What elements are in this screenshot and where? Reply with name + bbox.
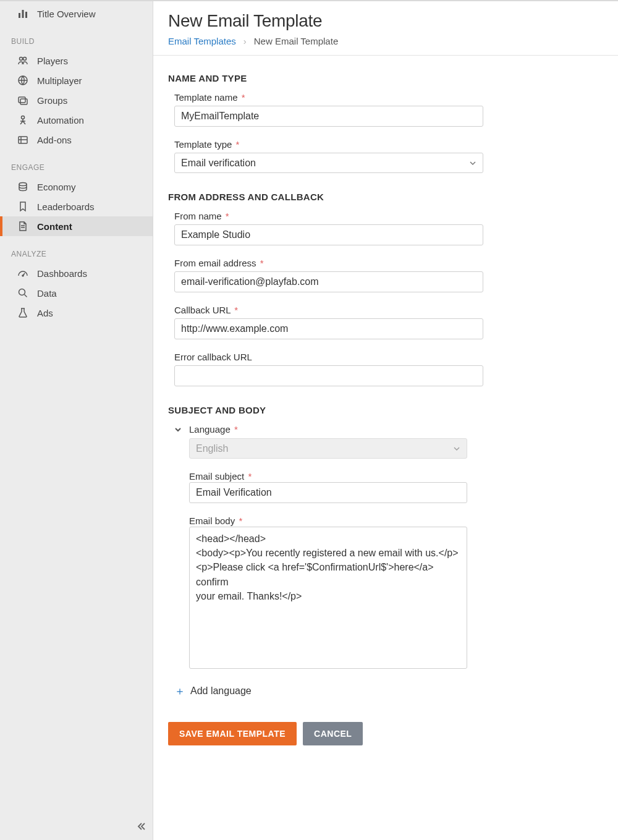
- sidebar-item-label: Groups: [37, 95, 67, 106]
- language-label: Language *: [189, 424, 238, 435]
- section-subject-body: SUBJECT AND BODY Language * English Emai…: [168, 405, 603, 698]
- callback-url-input[interactable]: [174, 318, 483, 339]
- svg-point-11: [22, 275, 23, 276]
- section-label-subject-body: SUBJECT AND BODY: [168, 405, 603, 415]
- field-template-name: Template name *: [174, 92, 483, 127]
- sidebar-item-groups[interactable]: Groups: [0, 90, 153, 110]
- svg-rect-1: [22, 10, 24, 18]
- sidebar-section-analyze: ANALYZE: [0, 236, 153, 263]
- magnify-icon: [17, 287, 28, 299]
- svg-point-8: [22, 116, 25, 119]
- sidebar-item-ads[interactable]: Ads: [0, 303, 153, 323]
- section-from-callback: FROM ADDRESS AND CALLBACK From name * Fr…: [168, 192, 603, 386]
- svg-rect-6: [19, 97, 25, 103]
- add-language-button[interactable]: ＋ Add language: [174, 684, 603, 698]
- email-body-textarea[interactable]: <head></head> <body><p>You recently regi…: [189, 527, 467, 669]
- template-name-label: Template name *: [174, 92, 483, 103]
- field-from-email: From email address *: [174, 258, 483, 292]
- svg-rect-2: [25, 12, 27, 18]
- field-callback-url: Callback URL *: [174, 305, 483, 339]
- section-label-from-callback: FROM ADDRESS AND CALLBACK: [168, 192, 603, 202]
- sidebar-item-label: Data: [37, 288, 57, 299]
- sidebar-item-automation[interactable]: Automation: [0, 110, 153, 130]
- field-language: English: [189, 438, 467, 459]
- sidebar-item-content[interactable]: Content: [0, 216, 153, 236]
- template-name-input[interactable]: [174, 106, 483, 127]
- section-label-name-type: NAME AND TYPE: [168, 73, 603, 83]
- field-error-callback-url: Error callback URL: [174, 352, 483, 386]
- document-icon: [17, 221, 28, 232]
- plus-icon: ＋: [174, 684, 185, 698]
- automation-icon: [17, 114, 28, 125]
- section-name-type: NAME AND TYPE Template name * Template t…: [168, 73, 603, 173]
- sidebar-item-label: Players: [37, 56, 68, 66]
- language-select[interactable]: English: [189, 438, 467, 459]
- svg-point-12: [19, 289, 25, 295]
- sidebar-item-title-overview[interactable]: Title Overview: [0, 4, 153, 23]
- field-email-subject: Email subject *: [189, 471, 467, 503]
- callback-url-label: Callback URL *: [174, 305, 483, 315]
- svg-rect-7: [20, 99, 27, 104]
- main-content: New Email Template Email Templates › New…: [153, 1, 618, 840]
- sidebar-collapse-toggle[interactable]: [135, 821, 146, 835]
- save-button[interactable]: SAVE EMAIL TEMPLATE: [168, 722, 297, 745]
- email-subject-input[interactable]: [189, 482, 467, 503]
- svg-point-3: [20, 57, 23, 61]
- sidebar-item-label: Leaderboards: [37, 202, 95, 212]
- form-area: NAME AND TYPE Template name * Template t…: [153, 56, 618, 752]
- sidebar-item-label: Title Overview: [37, 9, 95, 19]
- sidebar-item-label: Content: [37, 221, 72, 232]
- sidebar-item-dashboards[interactable]: Dashboards: [0, 263, 153, 283]
- chevron-down-icon: [173, 425, 183, 435]
- beaker-icon: [17, 307, 28, 318]
- sidebar-item-leaderboards[interactable]: Leaderboards: [0, 197, 153, 216]
- language-toggle-row[interactable]: Language *: [173, 424, 603, 435]
- from-email-input[interactable]: [174, 271, 483, 292]
- sidebar-section-build: BUILD: [0, 23, 153, 51]
- sidebar-item-label: Ads: [37, 308, 53, 318]
- sidebar-section-engage: ENGAGE: [0, 150, 153, 177]
- from-name-input[interactable]: [174, 224, 483, 245]
- template-type-select[interactable]: Email verification: [174, 153, 483, 173]
- page-header: New Email Template Email Templates › New…: [153, 7, 618, 56]
- breadcrumb: Email Templates › New Email Template: [168, 36, 618, 46]
- sidebar-item-players[interactable]: Players: [0, 51, 153, 70]
- sidebar-item-economy[interactable]: Economy: [0, 177, 153, 197]
- sidebar-item-label: Add-ons: [37, 135, 72, 145]
- svg-point-10: [19, 183, 27, 186]
- sidebar: Title Overview BUILD Players Multiplayer…: [0, 1, 153, 840]
- players-icon: [17, 55, 28, 66]
- field-email-body: Email body * <head></head> <body><p>You …: [189, 515, 467, 671]
- from-email-label: From email address *: [174, 258, 483, 268]
- error-callback-url-input[interactable]: [174, 365, 483, 386]
- error-callback-url-label: Error callback URL: [174, 352, 483, 362]
- sidebar-item-label: Dashboards: [37, 268, 87, 279]
- breadcrumb-link-email-templates[interactable]: Email Templates: [168, 36, 236, 46]
- breadcrumb-current: New Email Template: [254, 36, 338, 46]
- email-subject-label: Email subject *: [189, 471, 252, 482]
- cancel-button[interactable]: CANCEL: [303, 722, 363, 745]
- add-language-label: Add language: [190, 685, 252, 697]
- breadcrumb-sep: ›: [243, 36, 247, 46]
- sidebar-item-data[interactable]: Data: [0, 283, 153, 303]
- sidebar-item-addons[interactable]: Add-ons: [0, 130, 153, 150]
- sidebar-item-label: Automation: [37, 115, 84, 125]
- dashboard-icon: [17, 268, 28, 279]
- sidebar-item-multiplayer[interactable]: Multiplayer: [0, 70, 153, 90]
- field-from-name: From name *: [174, 211, 483, 245]
- svg-point-4: [23, 57, 27, 61]
- form-actions: SAVE EMAIL TEMPLATE CANCEL: [168, 722, 603, 745]
- groups-icon: [17, 95, 28, 106]
- globe-icon: [17, 75, 28, 86]
- sidebar-item-label: Economy: [37, 182, 76, 192]
- from-name-label: From name *: [174, 211, 483, 221]
- page-title: New Email Template: [168, 11, 618, 31]
- addons-icon: [17, 134, 28, 145]
- sidebar-item-label: Multiplayer: [37, 75, 82, 86]
- field-template-type: Template type * Email verification: [174, 139, 483, 173]
- economy-icon: [17, 181, 28, 192]
- bookmark-icon: [17, 201, 28, 212]
- svg-rect-0: [19, 13, 20, 18]
- bar-chart-icon: [17, 8, 28, 19]
- template-type-label: Template type *: [174, 139, 483, 150]
